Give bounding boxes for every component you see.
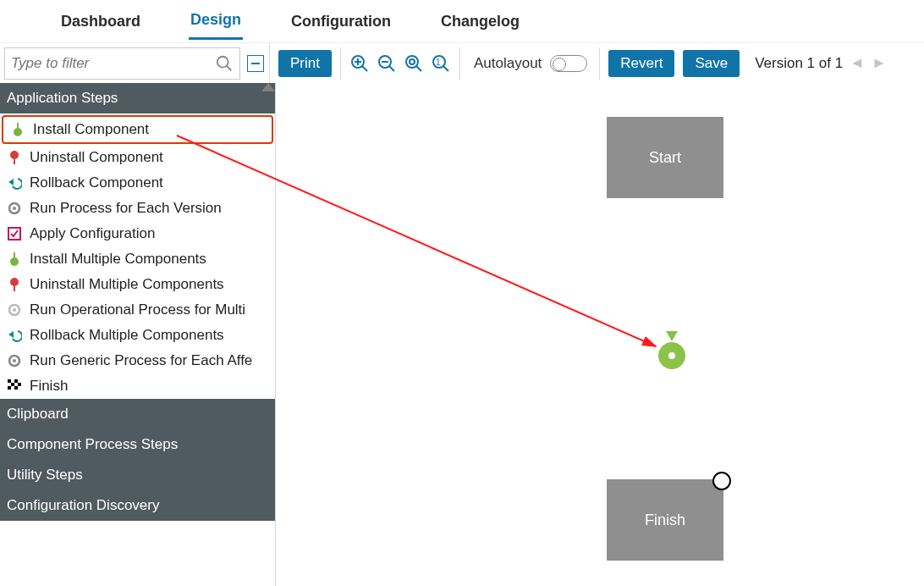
zoom-fit-icon[interactable] <box>402 52 426 75</box>
filter-box <box>4 47 240 80</box>
drop-arrow-icon <box>666 331 678 341</box>
filter-input[interactable] <box>11 55 215 72</box>
step-label: Uninstall Component <box>30 149 163 166</box>
step-finish[interactable]: Finish <box>0 373 275 399</box>
svg-rect-32 <box>8 379 11 383</box>
svg-line-3 <box>362 66 367 71</box>
step-palette: Application Steps Install Component Unin… <box>0 83 276 586</box>
step-label: Rollback Multiple Components <box>30 327 224 344</box>
autolayout-toggle[interactable] <box>550 55 587 72</box>
category-clipboard[interactable]: Clipboard <box>0 399 275 429</box>
step-run-process-each-version[interactable]: Run Process for Each Version <box>0 196 275 221</box>
top-tabs: Dashboard Design Configuration Changelog <box>0 0 924 42</box>
tab-design[interactable]: Design <box>189 3 243 40</box>
node-label: Finish <box>645 511 685 529</box>
rollback-icon <box>7 175 22 191</box>
svg-point-11 <box>410 59 415 64</box>
version-pager: Version 1 of 1 ◄ ► <box>755 54 887 72</box>
svg-rect-37 <box>14 386 18 390</box>
uninstall-icon <box>7 277 22 292</box>
drop-target[interactable] <box>658 331 685 369</box>
gear-icon <box>7 201 22 216</box>
svg-rect-16 <box>17 123 19 128</box>
step-label: Run Generic Process for Each Affe <box>30 352 252 369</box>
step-apply-configuration[interactable]: Apply Configuration <box>0 221 275 246</box>
divider <box>269 43 270 83</box>
delete-node-icon[interactable]: ✕ <box>712 472 731 490</box>
node-start[interactable]: Start <box>607 117 723 198</box>
tab-dashboard[interactable]: Dashboard <box>59 4 142 39</box>
svg-point-15 <box>14 128 22 136</box>
svg-rect-26 <box>14 286 15 291</box>
scroll-up-icon[interactable] <box>261 83 275 91</box>
collapse-panel-icon[interactable] <box>247 55 264 72</box>
autolayout-control: Autolayout <box>469 47 600 80</box>
svg-rect-34 <box>11 383 14 386</box>
step-run-generic[interactable]: Run Generic Process for Each Affe <box>0 348 275 373</box>
zoom-out-icon[interactable] <box>375 52 399 75</box>
install-icon <box>10 122 25 137</box>
svg-point-17 <box>10 151 19 159</box>
category-configuration-discovery[interactable]: Configuration Discovery <box>0 490 275 521</box>
svg-line-13 <box>443 66 448 71</box>
step-uninstall-component[interactable]: Uninstall Component <box>0 145 275 170</box>
svg-rect-24 <box>14 252 15 257</box>
step-label: Uninstall Multiple Components <box>30 276 224 293</box>
zoom-group: 1 <box>340 47 460 80</box>
svg-point-9 <box>406 56 418 68</box>
step-install-multiple[interactable]: Install Multiple Components <box>0 246 275 272</box>
tab-configuration[interactable]: Configuration <box>289 4 393 39</box>
node-label: Start <box>649 149 681 167</box>
step-run-operational[interactable]: Run Operational Process for Multi <box>0 297 275 323</box>
svg-rect-35 <box>18 383 21 386</box>
print-button[interactable]: Print <box>278 50 332 77</box>
svg-point-25 <box>10 278 19 286</box>
svg-rect-36 <box>8 386 11 390</box>
tab-changelog[interactable]: Changelog <box>439 4 521 39</box>
svg-rect-18 <box>14 159 15 164</box>
revert-button[interactable]: Revert <box>608 50 674 77</box>
step-label: Run Process for Each Version <box>30 200 222 217</box>
autolayout-label: Autolayout <box>474 55 542 72</box>
step-rollback-multiple[interactable]: Rollback Multiple Components <box>0 323 275 348</box>
uninstall-icon <box>7 150 22 165</box>
zoom-in-icon[interactable] <box>348 52 371 75</box>
save-button[interactable]: Save <box>683 50 740 77</box>
install-icon <box>7 252 22 267</box>
svg-point-21 <box>13 207 16 210</box>
category-utility-steps[interactable]: Utility Steps <box>0 460 275 490</box>
node-finish[interactable]: Finish ✕ <box>607 479 723 561</box>
gear-icon <box>7 302 22 318</box>
search-icon[interactable] <box>215 54 234 73</box>
svg-point-23 <box>10 257 19 266</box>
svg-point-28 <box>13 308 16 312</box>
version-label: Version 1 of 1 <box>755 55 843 72</box>
step-label: Apply Configuration <box>30 225 155 242</box>
design-canvas[interactable]: Start Finish ✕ <box>276 83 924 586</box>
zoom-reset-icon[interactable]: 1 <box>429 52 453 75</box>
svg-rect-33 <box>14 379 18 383</box>
svg-marker-19 <box>8 179 14 185</box>
rollback-icon <box>7 328 22 343</box>
prev-version-icon[interactable]: ◄ <box>850 54 865 72</box>
check-icon <box>7 226 22 241</box>
step-label: Run Operational Process for Multi <box>30 301 245 318</box>
next-version-icon[interactable]: ► <box>872 54 887 72</box>
gear-icon <box>7 353 22 368</box>
toolbar-row: Print 1 Autolayout Revert Save Version 1… <box>0 42 924 83</box>
step-label: Rollback Component <box>30 174 163 191</box>
svg-line-10 <box>416 66 421 71</box>
svg-line-7 <box>389 66 394 71</box>
flag-icon <box>7 379 22 394</box>
category-application-steps[interactable]: Application Steps <box>0 83 275 113</box>
step-uninstall-multiple[interactable]: Uninstall Multiple Components <box>0 272 275 297</box>
step-label: Install Multiple Components <box>30 251 206 268</box>
drop-circle-icon <box>658 342 685 369</box>
step-label: Install Component <box>33 121 149 138</box>
step-rollback-component[interactable]: Rollback Component <box>0 170 275 196</box>
step-install-component[interactable]: Install Component <box>2 115 273 144</box>
svg-point-0 <box>217 57 228 68</box>
step-label: Finish <box>30 378 68 395</box>
category-component-process-steps[interactable]: Component Process Steps <box>0 429 275 460</box>
svg-line-1 <box>227 66 232 71</box>
